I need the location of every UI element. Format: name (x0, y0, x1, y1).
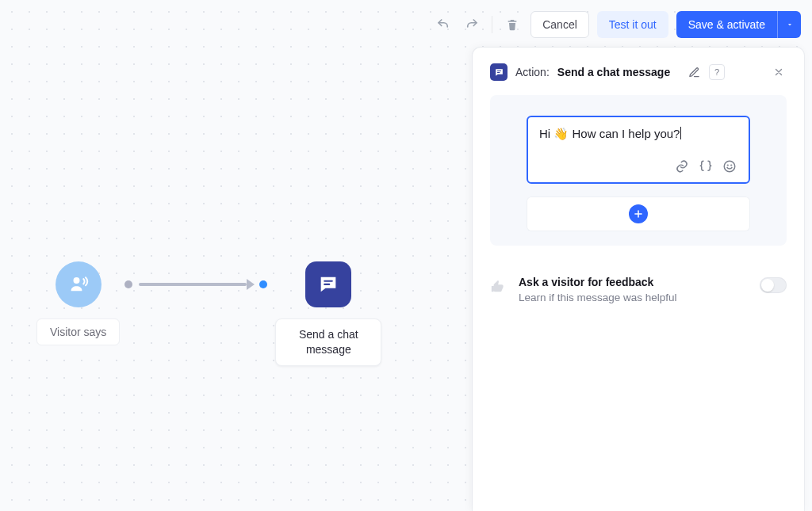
message-toolbar (539, 158, 737, 174)
svg-point-0 (73, 277, 79, 284)
message-input[interactable]: Hi 👋 How can I help you? (527, 116, 750, 184)
add-icon[interactable] (629, 204, 648, 223)
action-label: Send a chat message (275, 318, 381, 366)
trash-icon[interactable] (502, 14, 523, 35)
panel-header-prefix: Action: (515, 66, 550, 78)
save-activate-button[interactable]: Save & activate (676, 11, 777, 38)
test-button[interactable]: Test it out (597, 11, 668, 38)
emoji-icon[interactable] (722, 158, 737, 174)
close-icon[interactable] (771, 64, 787, 80)
wave-emoji: 👋 (553, 127, 569, 140)
svg-point-7 (731, 165, 732, 166)
panel-header: Action: Send a chat message ? (473, 48, 804, 93)
top-toolbar: Cancel Test it out Save & activate (433, 11, 801, 38)
connector-start-dot (124, 280, 132, 288)
action-editor-panel: Action: Send a chat message ? Hi 👋 How c… (473, 48, 804, 511)
feedback-title: Ask a visitor for feedback (519, 276, 677, 288)
trigger-node[interactable]: Visitor says (36, 261, 120, 345)
connector (120, 261, 267, 307)
link-icon[interactable] (674, 158, 690, 174)
svg-point-5 (724, 161, 735, 172)
edit-icon[interactable] (685, 63, 703, 81)
action-node[interactable]: Send a chat message (275, 261, 381, 366)
feedback-option: Ask a visitor for feedback Learn if this… (473, 260, 804, 303)
undo-icon[interactable] (433, 14, 454, 35)
svg-rect-3 (496, 71, 500, 71)
feedback-subtitle: Learn if this message was helpful (519, 292, 677, 303)
chat-action-icon (305, 261, 351, 307)
trigger-label: Visitor says (36, 318, 120, 345)
text-caret (680, 127, 681, 139)
connector-line (139, 283, 247, 286)
panel-header-title: Send a chat message (557, 66, 670, 78)
toolbar-divider (492, 16, 492, 33)
save-button-group: Save & activate (676, 11, 801, 38)
message-editor-well: Hi 👋 How can I help you? (490, 95, 787, 246)
variable-braces-icon[interactable] (698, 158, 714, 174)
svg-point-6 (727, 165, 728, 166)
flow-diagram: Visitor says Send a chat message (36, 261, 381, 366)
redo-icon[interactable] (462, 14, 482, 35)
message-text[interactable]: Hi 👋 How can I help you? (539, 127, 737, 158)
feedback-toggle[interactable] (760, 277, 787, 293)
connector-end-dot (259, 280, 267, 288)
chat-icon (490, 63, 508, 81)
svg-rect-4 (496, 71, 500, 72)
save-dropdown-caret[interactable] (777, 11, 801, 38)
svg-rect-1 (324, 280, 333, 282)
connector-arrow (247, 279, 255, 290)
svg-rect-2 (324, 284, 330, 285)
message-rest: How can I help you? (569, 127, 680, 140)
cancel-button[interactable]: Cancel (530, 11, 589, 38)
help-icon[interactable]: ? (709, 64, 725, 80)
visitor-icon (56, 261, 102, 307)
thumbs-icon (490, 277, 508, 298)
add-message-row[interactable] (527, 196, 750, 231)
message-prefix: Hi (539, 127, 553, 140)
panel-body: Hi 👋 How can I help you? (473, 93, 804, 260)
